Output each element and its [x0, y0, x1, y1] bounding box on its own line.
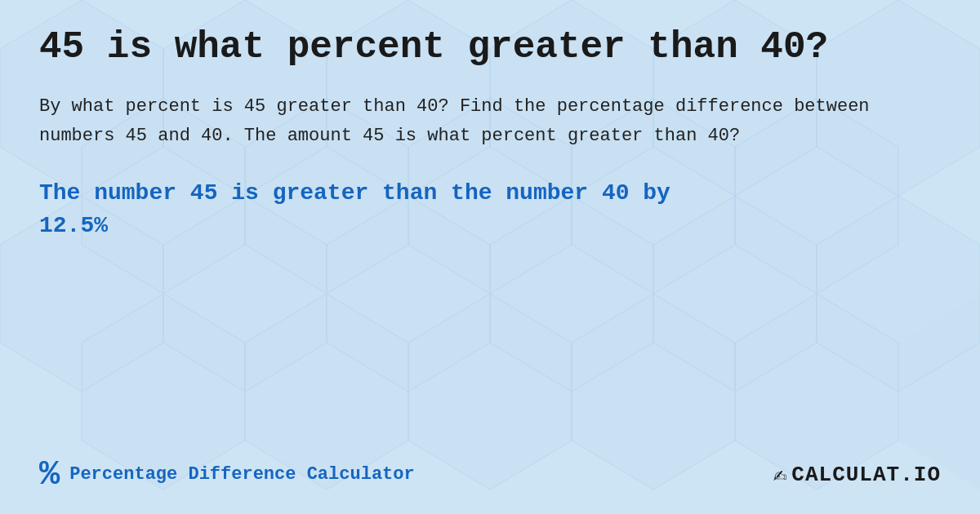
- footer-brand-label: Percentage Difference Calculator: [69, 464, 414, 485]
- content-wrapper: 45 is what percent greater than 40? By w…: [0, 0, 980, 514]
- result-text: The number 45 is greater than the number…: [39, 177, 941, 241]
- footer-left: % Percentage Difference Calculator: [39, 455, 415, 494]
- footer: % Percentage Difference Calculator ✍️ CA…: [39, 442, 941, 494]
- calculat-brand-text: CALCULAT.IO: [791, 463, 941, 487]
- page-title: 45 is what percent greater than 40?: [39, 26, 941, 69]
- calculat-logo: ✍️ CALCULAT.IO: [773, 461, 942, 489]
- percent-icon: %: [39, 455, 60, 494]
- result-content: The number 45 is greater than the number…: [39, 180, 670, 237]
- calculat-hand-icon: ✍️: [773, 461, 787, 489]
- description-text: By what percent is 45 greater than 40? F…: [39, 92, 938, 152]
